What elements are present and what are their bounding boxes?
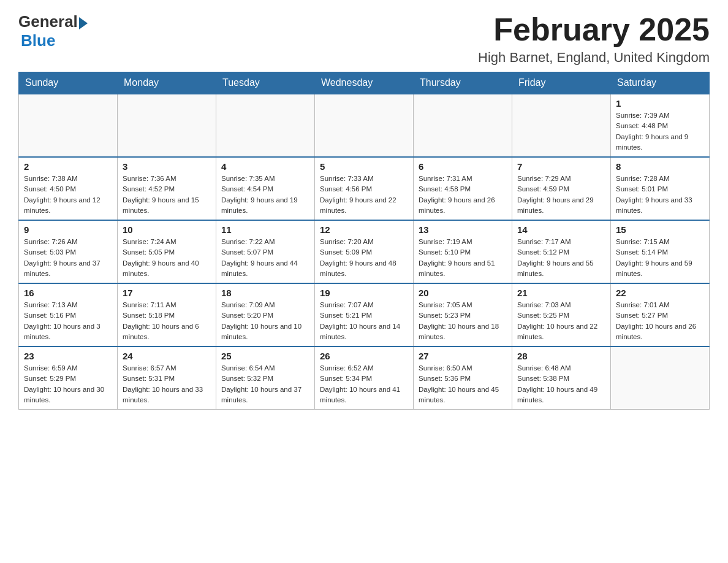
day-info: Sunrise: 7:24 AMSunset: 5:05 PMDaylight:…: [123, 237, 211, 279]
day-number: 21: [517, 288, 605, 298]
day-number: 25: [221, 351, 309, 361]
calendar-cell: 19Sunrise: 7:07 AMSunset: 5:21 PMDayligh…: [315, 283, 414, 347]
day-number: 11: [221, 224, 309, 235]
day-number: 9: [24, 224, 112, 235]
day-number: 24: [123, 351, 211, 361]
day-number: 1: [616, 98, 704, 109]
calendar-cell: 26Sunrise: 6:52 AMSunset: 5:34 PMDayligh…: [315, 347, 414, 410]
day-info: Sunrise: 7:17 AMSunset: 5:12 PMDaylight:…: [517, 237, 605, 279]
calendar-cell: 5Sunrise: 7:33 AMSunset: 4:56 PMDaylight…: [315, 157, 414, 220]
day-number: 23: [24, 351, 112, 361]
day-info: Sunrise: 7:20 AMSunset: 5:09 PMDaylight:…: [320, 237, 408, 279]
logo-general-text: General: [18, 12, 78, 31]
logo: General Blue: [18, 12, 88, 50]
day-number: 13: [419, 224, 507, 235]
day-info: Sunrise: 6:48 AMSunset: 5:38 PMDaylight:…: [517, 363, 605, 405]
calendar-cell: 8Sunrise: 7:28 AMSunset: 5:01 PMDaylight…: [611, 157, 710, 220]
calendar-cell: [315, 94, 414, 157]
calendar-cell: 23Sunrise: 6:59 AMSunset: 5:29 PMDayligh…: [19, 347, 118, 410]
day-number: 15: [616, 224, 704, 235]
week-row: 23Sunrise: 6:59 AMSunset: 5:29 PMDayligh…: [19, 347, 710, 410]
day-info: Sunrise: 7:15 AMSunset: 5:14 PMDaylight:…: [616, 237, 704, 279]
day-info: Sunrise: 7:31 AMSunset: 4:58 PMDaylight:…: [419, 174, 507, 216]
day-info: Sunrise: 7:22 AMSunset: 5:07 PMDaylight:…: [221, 237, 309, 279]
day-number: 4: [221, 161, 309, 172]
day-number: 27: [419, 351, 507, 361]
calendar-cell: 24Sunrise: 6:57 AMSunset: 5:31 PMDayligh…: [118, 347, 216, 410]
calendar-cell: 16Sunrise: 7:13 AMSunset: 5:16 PMDayligh…: [19, 283, 118, 347]
day-info: Sunrise: 7:33 AMSunset: 4:56 PMDaylight:…: [320, 174, 408, 216]
week-row: 1Sunrise: 7:39 AMSunset: 4:48 PMDaylight…: [19, 94, 710, 157]
day-number: 6: [419, 161, 507, 172]
day-number: 18: [221, 288, 309, 298]
day-info: Sunrise: 6:57 AMSunset: 5:31 PMDaylight:…: [123, 363, 211, 405]
calendar-cell: 1Sunrise: 7:39 AMSunset: 4:48 PMDaylight…: [611, 94, 710, 157]
day-info: Sunrise: 7:36 AMSunset: 4:52 PMDaylight:…: [123, 174, 211, 216]
logo-arrow-icon: [79, 17, 88, 29]
day-info: Sunrise: 6:50 AMSunset: 5:36 PMDaylight:…: [419, 363, 507, 405]
day-info: Sunrise: 7:01 AMSunset: 5:27 PMDaylight:…: [616, 300, 704, 342]
day-info: Sunrise: 6:59 AMSunset: 5:29 PMDaylight:…: [24, 363, 112, 405]
calendar-cell: [512, 94, 611, 157]
calendar-cell: 4Sunrise: 7:35 AMSunset: 4:54 PMDaylight…: [216, 157, 315, 220]
calendar-cell: 15Sunrise: 7:15 AMSunset: 5:14 PMDayligh…: [611, 220, 710, 283]
day-number: 19: [320, 288, 408, 298]
calendar-cell: 9Sunrise: 7:26 AMSunset: 5:03 PMDaylight…: [19, 220, 118, 283]
day-number: 8: [616, 161, 704, 172]
month-title: February 2025: [478, 12, 710, 47]
day-number: 26: [320, 351, 408, 361]
calendar-cell: 27Sunrise: 6:50 AMSunset: 5:36 PMDayligh…: [414, 347, 512, 410]
day-info: Sunrise: 6:52 AMSunset: 5:34 PMDaylight:…: [320, 363, 408, 405]
day-info: Sunrise: 7:09 AMSunset: 5:20 PMDaylight:…: [221, 300, 309, 342]
day-info: Sunrise: 7:13 AMSunset: 5:16 PMDaylight:…: [24, 300, 112, 342]
page-header: General Blue February 2025 High Barnet, …: [18, 12, 710, 66]
calendar-cell: 18Sunrise: 7:09 AMSunset: 5:20 PMDayligh…: [216, 283, 315, 347]
day-of-week-header: Saturday: [611, 72, 710, 94]
logo-blue-text: Blue: [21, 31, 55, 50]
day-info: Sunrise: 7:03 AMSunset: 5:25 PMDaylight:…: [517, 300, 605, 342]
day-info: Sunrise: 7:35 AMSunset: 4:54 PMDaylight:…: [221, 174, 309, 216]
calendar-cell: 12Sunrise: 7:20 AMSunset: 5:09 PMDayligh…: [315, 220, 414, 283]
calendar-cell: [216, 94, 315, 157]
day-number: 2: [24, 161, 112, 172]
day-info: Sunrise: 7:05 AMSunset: 5:23 PMDaylight:…: [419, 300, 507, 342]
day-number: 14: [517, 224, 605, 235]
day-of-week-header: Friday: [512, 72, 611, 94]
calendar-cell: [118, 94, 216, 157]
day-info: Sunrise: 7:39 AMSunset: 4:48 PMDaylight:…: [616, 110, 704, 153]
calendar-table: SundayMondayTuesdayWednesdayThursdayFrid…: [18, 72, 710, 410]
day-of-week-header: Thursday: [414, 72, 512, 94]
calendar-cell: 17Sunrise: 7:11 AMSunset: 5:18 PMDayligh…: [118, 283, 216, 347]
title-block: February 2025 High Barnet, England, Unit…: [478, 12, 710, 66]
day-number: 5: [320, 161, 408, 172]
week-row: 2Sunrise: 7:38 AMSunset: 4:50 PMDaylight…: [19, 157, 710, 220]
day-of-week-header: Monday: [118, 72, 216, 94]
day-info: Sunrise: 7:11 AMSunset: 5:18 PMDaylight:…: [123, 300, 211, 342]
calendar-cell: 14Sunrise: 7:17 AMSunset: 5:12 PMDayligh…: [512, 220, 611, 283]
calendar-cell: [414, 94, 512, 157]
day-number: 17: [123, 288, 211, 298]
calendar-cell: 2Sunrise: 7:38 AMSunset: 4:50 PMDaylight…: [19, 157, 118, 220]
day-info: Sunrise: 7:07 AMSunset: 5:21 PMDaylight:…: [320, 300, 408, 342]
calendar-cell: 25Sunrise: 6:54 AMSunset: 5:32 PMDayligh…: [216, 347, 315, 410]
day-number: 28: [517, 351, 605, 361]
day-info: Sunrise: 7:19 AMSunset: 5:10 PMDaylight:…: [419, 237, 507, 279]
week-row: 9Sunrise: 7:26 AMSunset: 5:03 PMDaylight…: [19, 220, 710, 283]
day-of-week-header: Wednesday: [315, 72, 414, 94]
location-text: High Barnet, England, United Kingdom: [478, 50, 710, 66]
calendar-cell: 6Sunrise: 7:31 AMSunset: 4:58 PMDaylight…: [414, 157, 512, 220]
calendar-cell: [611, 347, 710, 410]
calendar-cell: 3Sunrise: 7:36 AMSunset: 4:52 PMDaylight…: [118, 157, 216, 220]
day-number: 12: [320, 224, 408, 235]
day-info: Sunrise: 7:29 AMSunset: 4:59 PMDaylight:…: [517, 174, 605, 216]
day-of-week-header: Sunday: [19, 72, 118, 94]
day-number: 20: [419, 288, 507, 298]
calendar-cell: 20Sunrise: 7:05 AMSunset: 5:23 PMDayligh…: [414, 283, 512, 347]
day-of-week-header: Tuesday: [216, 72, 315, 94]
day-info: Sunrise: 7:26 AMSunset: 5:03 PMDaylight:…: [24, 237, 112, 279]
calendar-cell: 10Sunrise: 7:24 AMSunset: 5:05 PMDayligh…: [118, 220, 216, 283]
calendar-cell: 13Sunrise: 7:19 AMSunset: 5:10 PMDayligh…: [414, 220, 512, 283]
day-number: 16: [24, 288, 112, 298]
day-number: 7: [517, 161, 605, 172]
week-row: 16Sunrise: 7:13 AMSunset: 5:16 PMDayligh…: [19, 283, 710, 347]
